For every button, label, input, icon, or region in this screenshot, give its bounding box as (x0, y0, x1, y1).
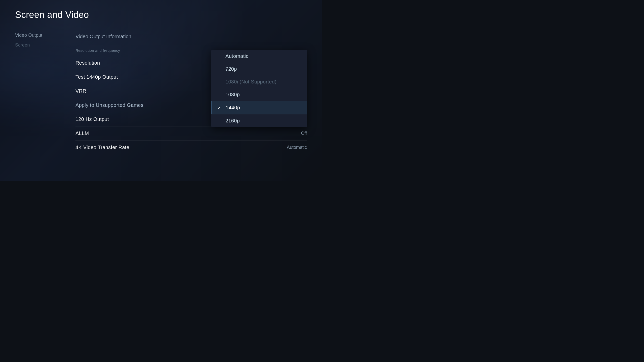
4k-video-transfer-rate-label: 4K Video Transfer Rate (75, 145, 129, 150)
resolution-label: Resolution (75, 60, 100, 66)
dropdown-item-1440p[interactable]: ✓ 1440p (211, 101, 307, 114)
vrr-label: VRR (75, 88, 86, 94)
top-section: Video Output Information (75, 30, 307, 43)
4k-video-transfer-rate-row[interactable]: 4K Video Transfer Rate Automatic (75, 141, 307, 154)
sidebar-item-video-output[interactable]: Video Output (15, 33, 65, 38)
dropdown-label-1440p: 1440p (226, 105, 240, 111)
dropdown-item-720p[interactable]: 720p (211, 63, 307, 75)
apply-unsupported-games-label: Apply to Unsupported Games (75, 102, 143, 108)
dropdown-item-1080p[interactable]: 1080p (211, 88, 307, 101)
dropdown-item-automatic[interactable]: Automatic (211, 50, 307, 63)
settings-list: Resolution Automatic 720p (75, 56, 307, 154)
main-content: Video Output Information Resolution and … (65, 30, 307, 154)
video-output-information-label: Video Output Information (75, 34, 131, 39)
left-sidebar: Video Output Screen (15, 30, 65, 154)
allm-row[interactable]: ALLM Off (75, 126, 307, 141)
check-selected-1440p: ✓ (218, 105, 223, 110)
dropdown-label-1080i: 1080i (Not Supported) (225, 79, 276, 85)
dropdown-label-automatic: Automatic (225, 53, 249, 59)
video-output-information-row[interactable]: Video Output Information (75, 30, 307, 43)
resolution-setting-row[interactable]: Resolution Automatic 720p (75, 56, 307, 70)
dropdown-item-1080i[interactable]: 1080i (Not Supported) (211, 75, 307, 88)
sidebar-section: Video Output Screen (15, 33, 65, 48)
dropdown-label-720p: 720p (225, 66, 237, 72)
sidebar-item-screen[interactable]: Screen (15, 42, 65, 48)
allm-label: ALLM (75, 130, 89, 136)
dropdown-label-1080p: 1080p (225, 92, 240, 98)
resolution-dropdown[interactable]: Automatic 720p 1080i (Not Supported) (211, 50, 307, 127)
120hz-output-label: 120 Hz Output (75, 116, 109, 122)
dropdown-label-2160p: 2160p (225, 118, 240, 124)
4k-video-transfer-rate-value: Automatic (287, 145, 307, 150)
dropdown-item-2160p[interactable]: 2160p (211, 114, 307, 127)
allm-value: Off (301, 131, 307, 136)
page-title: Screen and Video (15, 10, 307, 20)
test-1440p-label: Test 1440p Output (75, 74, 118, 80)
